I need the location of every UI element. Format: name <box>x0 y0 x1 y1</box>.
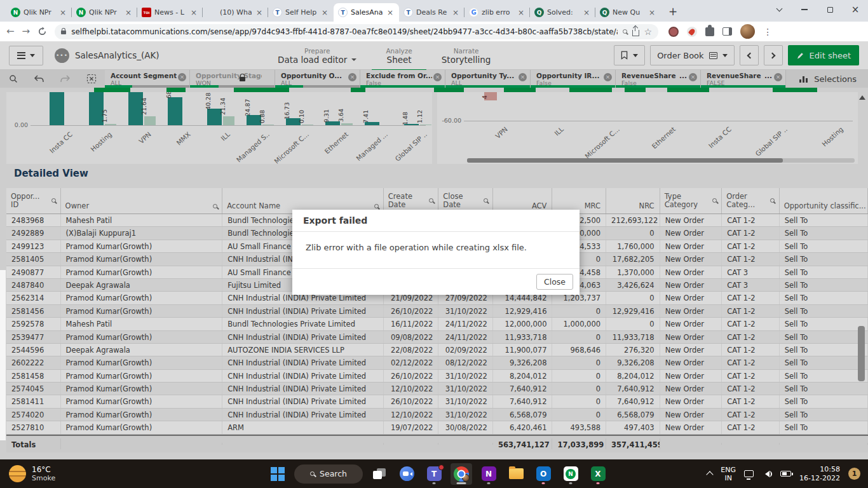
taskbar-teams-icon[interactable]: T <box>423 463 445 485</box>
browser-toolbar: ← → selfhelpbi.tatacommunications.com/se… <box>0 22 868 41</box>
forward-button[interactable]: → <box>22 27 31 36</box>
extensions-puzzle-icon[interactable] <box>705 27 714 36</box>
tab-close-icon[interactable]: × <box>124 8 133 17</box>
file-explorer-icon <box>509 468 524 479</box>
browser-tab-4[interactable]: TSelf Help× <box>268 3 334 22</box>
extension-icon[interactable] <box>668 27 679 37</box>
taskbar-chat-icon[interactable] <box>396 463 417 485</box>
qlik-favicon-icon: N <box>11 8 20 17</box>
tab-close-icon[interactable]: × <box>189 8 198 17</box>
weather-temp: 16°C <box>32 465 55 474</box>
tab-label: News - L <box>154 8 186 17</box>
bookmark-star-icon[interactable]: ☆ <box>644 27 653 37</box>
minimize-button[interactable] <box>792 0 817 19</box>
taskbar-outlook-icon[interactable]: O <box>532 463 554 485</box>
tab-close-icon[interactable]: × <box>386 8 395 17</box>
tray-overflow-chevron-icon[interactable] <box>707 471 714 478</box>
window-controls: × <box>766 0 868 19</box>
tab-close-icon[interactable]: × <box>451 8 460 17</box>
address-bar[interactable]: selfhelpbi.tatacommunications.com/sense/… <box>55 24 658 39</box>
browser-tab-0[interactable]: NQlik NPr× <box>6 3 72 22</box>
battery-icon[interactable] <box>780 471 791 477</box>
weather-icon <box>9 465 26 482</box>
speaker-icon[interactable] <box>762 471 770 477</box>
onenote-icon: N <box>482 466 496 481</box>
tab-search-chevron-icon[interactable] <box>766 0 792 19</box>
chat-icon <box>400 466 414 481</box>
search-pill[interactable]: Search <box>294 464 363 484</box>
browser-tab-2[interactable]: TOINews - L× <box>137 3 203 22</box>
tab-label: Qlik NPr <box>24 8 55 17</box>
reload-button[interactable] <box>37 27 47 36</box>
taskbar-start-icon[interactable] <box>267 463 288 485</box>
dialog-close-button[interactable]: Close <box>536 274 573 290</box>
outlook-icon: O <box>536 466 551 481</box>
tata-favicon-icon: T <box>403 8 413 17</box>
tata-favicon-icon: T <box>338 8 348 17</box>
browser-tab-7[interactable]: Gzlib erro× <box>465 3 530 22</box>
tab-close-icon[interactable]: × <box>255 8 264 17</box>
screen: NQlik NPr×NQlik NPr×TOINews - L×(10) Wha… <box>0 0 868 488</box>
tab-close-icon[interactable]: × <box>648 8 656 17</box>
start-icon <box>271 467 285 481</box>
browser-tab-3[interactable]: (10) Wha× <box>203 3 268 22</box>
tab-label: Qlik NPr <box>89 8 121 17</box>
quora-favicon-icon: Q <box>600 8 609 17</box>
left-edge-strip <box>0 270 6 440</box>
taskbar-qlik-icon[interactable]: N <box>560 463 581 485</box>
zoom-icon[interactable] <box>623 29 627 34</box>
qlik-icon: N <box>564 466 578 481</box>
browser-tab-5[interactable]: TSalesAna× <box>334 3 399 22</box>
taskbar-icons: SearchTNONX <box>267 459 609 488</box>
profile-avatar[interactable] <box>740 24 755 39</box>
side-panel-icon[interactable] <box>722 27 732 36</box>
task-view-icon <box>373 468 386 479</box>
taskbar-excel-icon[interactable]: X <box>587 463 609 485</box>
notification-dot <box>438 464 444 470</box>
running-indicator <box>569 482 573 484</box>
tata-favicon-icon: T <box>273 8 282 17</box>
extensions-area: ⋮ <box>668 24 772 39</box>
weather-widget[interactable]: 16°C Smoke <box>0 465 55 482</box>
search-label: Search <box>320 469 347 478</box>
tab-close-icon[interactable]: × <box>320 8 329 17</box>
taskbar-explorer-icon[interactable] <box>505 463 527 485</box>
running-indicator <box>542 482 545 484</box>
tab-close-icon[interactable]: × <box>58 8 67 17</box>
taskbar-search-icon[interactable]: Search <box>294 463 363 485</box>
tab-close-icon[interactable]: × <box>582 8 591 17</box>
taskbar-onenote-icon[interactable]: N <box>478 463 499 485</box>
qlik-app-area: ••• SalesAnalytics_(AK) Prepare Data loa… <box>0 41 868 459</box>
taskbar-chrome-icon[interactable] <box>451 463 472 485</box>
clock[interactable]: 10:5816-12-2022 <box>799 465 840 483</box>
restore-button[interactable] <box>817 0 843 19</box>
system-tray: ENGIN 10:5816-12-2022 1 <box>707 465 868 483</box>
browser-tab-6[interactable]: TDeals Re× <box>399 3 465 22</box>
url-text[interactable]: selfhelpbi.tatacommunications.com/sense/… <box>71 27 617 36</box>
network-display-icon[interactable] <box>744 470 754 477</box>
tab-close-icon[interactable]: × <box>517 8 526 17</box>
taskbar-task-view-icon[interactable] <box>369 463 390 485</box>
new-tab-button[interactable]: + <box>665 3 681 20</box>
browser-menu-icon[interactable]: ⋮ <box>763 27 772 37</box>
close-window-button[interactable]: × <box>843 0 868 19</box>
running-indicator <box>597 482 600 484</box>
browser-tab-strip: NQlik NPr×NQlik NPr×TOINews - L×(10) Wha… <box>0 0 868 22</box>
lock-icon <box>61 30 66 34</box>
browser-tab-8[interactable]: QSolved:× <box>530 3 595 22</box>
share-icon[interactable] <box>632 30 639 36</box>
rocket-extension-icon[interactable] <box>687 27 697 37</box>
tab-list: NQlik NPr×NQlik NPr×TOINews - L×(10) Wha… <box>6 3 661 22</box>
dialog-message: Zlib error with a file operation while c… <box>292 232 580 268</box>
tab-label: New Qu <box>613 8 644 17</box>
excel-icon: X <box>591 466 606 481</box>
search-icon <box>310 471 315 476</box>
language-indicator[interactable]: ENGIN <box>721 466 736 482</box>
browser-tab-1[interactable]: NQlik NPr× <box>72 3 137 22</box>
browser-tab-9[interactable]: QNew Qu× <box>595 3 661 22</box>
export-failed-dialog: Export failed Zlib error with a file ope… <box>292 210 580 295</box>
back-button[interactable]: ← <box>6 27 15 36</box>
notification-badge[interactable]: 1 <box>848 468 860 480</box>
qlik-favicon-icon: N <box>76 8 86 17</box>
tab-label: Deals Re <box>416 8 448 17</box>
